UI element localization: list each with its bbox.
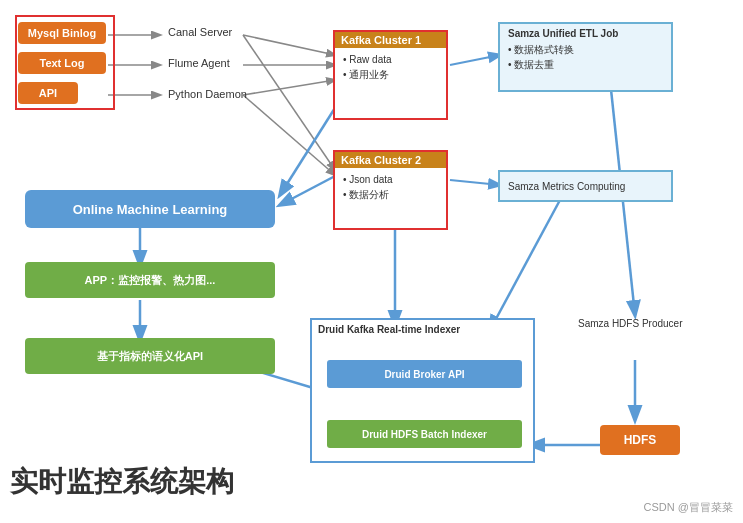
samza-etl-items: • 数据格式转换 • 数据去重	[508, 42, 663, 72]
samza-etl-item1: • 数据格式转换	[508, 42, 663, 57]
samza-hdfs-label: Samza HDFS Producer	[578, 318, 682, 329]
svg-line-10	[280, 100, 340, 195]
api-box: API	[18, 82, 78, 104]
samza-metrics-title: Samza Metrics Computing	[508, 181, 625, 192]
druid-hdfs-label: Druid HDFS Batch Indexer	[362, 429, 487, 440]
svg-line-6	[243, 35, 335, 170]
flume-agent: Flume Agent	[168, 57, 230, 69]
druid-outer-box: Druid Kafka Real-time Indexer Druid Brok…	[310, 318, 535, 463]
mysql-label: Mysql Binlog	[28, 27, 96, 39]
kafka2-content: • Json data • 数据分析	[343, 172, 438, 202]
samza-etl-box: Samza Unified ETL Job • 数据格式转换 • 数据去重	[498, 22, 673, 92]
kafka1-title: Kafka Cluster 1	[335, 32, 446, 48]
svg-line-5	[243, 80, 335, 95]
app-box: APP：监控报警、热力图...	[25, 262, 275, 298]
svg-line-9	[450, 180, 500, 185]
kafka-cluster-1: Kafka Cluster 1 • Raw data • 通用业务	[333, 30, 448, 120]
druid-outer-title: Druid Kafka Real-time Indexer	[318, 324, 460, 335]
samza-etl-title: Samza Unified ETL Job	[508, 28, 663, 39]
kafka2-title: Kafka Cluster 2	[335, 152, 446, 168]
druid-broker-label: Druid Broker API	[384, 369, 464, 380]
canal-server: Canal Server	[168, 26, 232, 38]
samza-etl-item2: • 数据去重	[508, 57, 663, 72]
kafka1-content: • Raw data • 通用业务	[343, 52, 438, 82]
kafka1-item1: • Raw data	[343, 52, 438, 67]
svg-line-16	[490, 200, 560, 330]
kafka1-item2: • 通用业务	[343, 67, 438, 82]
canal-label: Canal Server	[168, 26, 232, 38]
main-title: 实时监控系统架构	[10, 463, 234, 501]
svg-line-3	[243, 35, 335, 55]
druid-broker-box: Druid Broker API	[327, 360, 522, 388]
app-label: APP：监控报警、热力图...	[85, 273, 216, 288]
svg-line-8	[450, 55, 500, 65]
druid-hdfs-box: Druid HDFS Batch Indexer	[327, 420, 522, 448]
samza-hdfs-producer: Samza HDFS Producer	[578, 318, 688, 329]
flume-label: Flume Agent	[168, 57, 230, 69]
textlog-box: Text Log	[18, 52, 106, 74]
mysql-binlog-box: Mysql Binlog	[18, 22, 106, 44]
diagram: Mysql Binlog Text Log API Canal Server F…	[0, 0, 743, 523]
api-label: API	[39, 87, 57, 99]
samza-metrics-box: Samza Metrics Computing	[498, 170, 673, 202]
svg-line-11	[280, 175, 337, 205]
hdfs-label: HDFS	[624, 433, 657, 447]
python-daemon: Python Daemon	[168, 88, 247, 100]
kafka-cluster-2: Kafka Cluster 2 • Json data • 数据分析	[333, 150, 448, 230]
online-ml-label: Online Machine Learning	[73, 202, 228, 217]
kafka2-item2: • 数据分析	[343, 187, 438, 202]
hdfs-box: HDFS	[600, 425, 680, 455]
svg-line-7	[243, 95, 335, 175]
api-base-box: 基于指标的语义化API	[25, 338, 275, 374]
online-ml-box: Online Machine Learning	[25, 190, 275, 228]
api-base-label: 基于指标的语义化API	[97, 349, 203, 364]
textlog-label: Text Log	[39, 57, 84, 69]
watermark: CSDN @冒冒菜菜	[644, 500, 733, 515]
kafka2-item1: • Json data	[343, 172, 438, 187]
python-label: Python Daemon	[168, 88, 247, 100]
